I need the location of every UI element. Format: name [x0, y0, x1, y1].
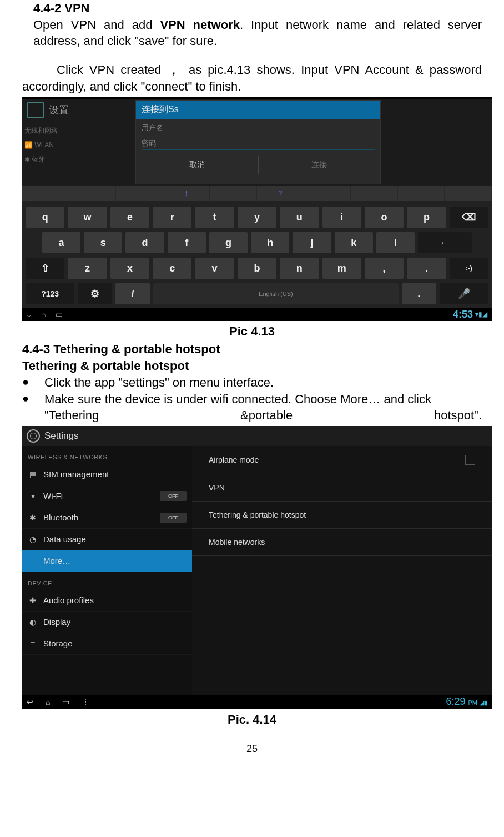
airplane-label: Airplane mode — [209, 455, 259, 464]
nav-home[interactable]: ⌂ — [41, 308, 46, 321]
sidebar-item-audio[interactable]: ✚Audio profiles — [22, 590, 192, 612]
num-key[interactable] — [304, 186, 351, 201]
num-key[interactable] — [69, 186, 117, 201]
bt-icon: ✱ — [28, 513, 38, 523]
nav-bar-2: ↩ ⌂ ▭ ⋮ 6:29 PM ◢▮ — [22, 695, 492, 709]
airplane-checkbox[interactable] — [465, 455, 475, 465]
wifi-toggle[interactable]: OFF — [160, 491, 187, 501]
key-w[interactable]: w — [68, 207, 107, 228]
sim-icon: ▤ — [28, 469, 38, 479]
cat-device: DEVICE — [22, 572, 192, 590]
sidebar-item-storage[interactable]: ≡Storage — [22, 633, 192, 655]
key-p[interactable]: p — [407, 207, 446, 228]
emoji-key[interactable]: :-) — [450, 258, 488, 279]
key-u[interactable]: u — [280, 207, 319, 228]
nav-back-2[interactable]: ↩ — [27, 698, 33, 706]
more-icon — [28, 556, 38, 566]
sidebar-item-data[interactable]: ◔Data usage — [22, 529, 192, 550]
key-period[interactable]: . — [407, 258, 446, 279]
key-t[interactable]: t — [195, 207, 234, 228]
main-item-vpn[interactable]: VPN — [192, 474, 492, 502]
tethering-label: Tethering & portable hotspot — [209, 510, 306, 519]
b2-w1: "Tethering — [44, 407, 99, 424]
sidebar-item-wifi[interactable]: ▾Wi-FiOFF — [22, 485, 192, 507]
vpn-label: VPN — [209, 483, 225, 492]
num-key[interactable] — [22, 186, 69, 201]
key-j[interactable]: j — [293, 232, 331, 253]
key-d[interactable]: d — [125, 232, 164, 253]
password-label: 密码 — [136, 134, 380, 148]
slash-key[interactable]: / — [115, 283, 150, 304]
display-icon: ◐ — [28, 617, 38, 627]
nav-recent-2[interactable]: ▭ — [62, 698, 69, 706]
connect-button[interactable]: 连接 — [259, 156, 381, 174]
main-item-airplane[interactable]: Airplane mode — [192, 446, 492, 474]
nav-back[interactable]: ⌵ — [27, 308, 31, 321]
num-key[interactable] — [116, 186, 163, 201]
backspace-key[interactable]: ⌫ — [450, 207, 488, 228]
main-item-mobile[interactable]: Mobile networks — [192, 529, 492, 556]
key-c[interactable]: c — [153, 258, 191, 279]
num-key[interactable] — [445, 186, 492, 201]
sidebar-item-sim[interactable]: ▤SIM management — [22, 464, 192, 485]
key-q[interactable]: q — [26, 207, 64, 228]
key-m[interactable]: m — [322, 258, 361, 279]
key-e[interactable]: e — [110, 207, 149, 228]
password-input[interactable] — [142, 149, 375, 150]
nav-home-2[interactable]: ⌂ — [46, 698, 50, 706]
settings-title: Settings — [44, 430, 78, 442]
enter-key[interactable]: ← — [418, 232, 472, 253]
key-z[interactable]: z — [68, 258, 107, 279]
side-wlan: WLAN — [34, 141, 54, 149]
key-r[interactable]: r — [153, 207, 191, 228]
sidebar-item-more[interactable]: More… — [22, 550, 192, 572]
space-key[interactable]: English (US) — [153, 283, 399, 304]
sidebar-item-bluetooth[interactable]: ✱BluetoothOFF — [22, 507, 192, 529]
cat-wireless: WIRELESS & NETWORKS — [22, 446, 192, 464]
key-v[interactable]: v — [195, 258, 234, 279]
symbols-key[interactable]: ?123 — [26, 283, 74, 304]
bullet-2: Make sure the device is under wifi conne… — [22, 391, 482, 424]
mic-key[interactable]: 🎤 — [440, 283, 488, 304]
num-key[interactable] — [351, 186, 398, 201]
num-key[interactable]: ? — [257, 186, 304, 201]
b2-w2: &portable — [240, 407, 293, 424]
dot-key[interactable]: . — [402, 283, 436, 304]
num-key[interactable] — [398, 186, 445, 201]
b2-w3: hotspot". — [434, 407, 482, 424]
key-s[interactable]: s — [84, 232, 122, 253]
nav-recent[interactable]: ▭ — [56, 308, 63, 321]
settings-main: Airplane mode VPN Tethering & portable h… — [192, 446, 492, 695]
wifi-label: Wi-Fi — [43, 491, 63, 500]
num-key[interactable]: ! — [163, 186, 210, 201]
key-h[interactable]: h — [251, 232, 289, 253]
clock-2: 6:29 PM — [446, 696, 477, 708]
bt-toggle[interactable]: OFF — [160, 513, 187, 523]
key-f[interactable]: f — [168, 232, 206, 253]
settings-key[interactable]: ⚙ — [78, 283, 112, 304]
key-o[interactable]: o — [365, 207, 404, 228]
key-b[interactable]: b — [238, 258, 276, 279]
bt-label: Bluetooth — [43, 513, 78, 522]
dialog-title: 连接到Ss — [136, 101, 380, 119]
sidebar-item-display[interactable]: ◐Display — [22, 612, 192, 633]
key-comma[interactable]: , — [365, 258, 404, 279]
key-x[interactable]: x — [110, 258, 149, 279]
heading-tethering-1: 4.4-3 Tethering & portable hotspot — [22, 341, 482, 358]
key-n[interactable]: n — [280, 258, 319, 279]
cancel-button[interactable]: 取消 — [136, 156, 259, 174]
para-1: Open VPN and add VPN network. Input netw… — [22, 17, 482, 49]
main-item-tethering[interactable]: Tethering & portable hotspot — [192, 502, 492, 529]
para-1-a: Open VPN and add — [33, 18, 160, 32]
num-key[interactable] — [210, 186, 257, 201]
key-a[interactable]: a — [42, 232, 80, 253]
bullet-2-line1: Make sure the device is under wifi conne… — [44, 392, 431, 406]
nav-menu-2[interactable]: ⋮ — [82, 698, 89, 706]
screenshot-vpn-dialog: 设置 无线和网络 📶 WLAN ✱ 蓝牙 连接到Ss 用户名 密码 取消 连接 … — [22, 97, 492, 321]
shift-key[interactable]: ⇧ — [26, 258, 64, 279]
key-l[interactable]: l — [376, 232, 415, 253]
key-i[interactable]: i — [322, 207, 361, 228]
key-k[interactable]: k — [335, 232, 373, 253]
key-g[interactable]: g — [209, 232, 248, 253]
key-y[interactable]: y — [238, 207, 276, 228]
